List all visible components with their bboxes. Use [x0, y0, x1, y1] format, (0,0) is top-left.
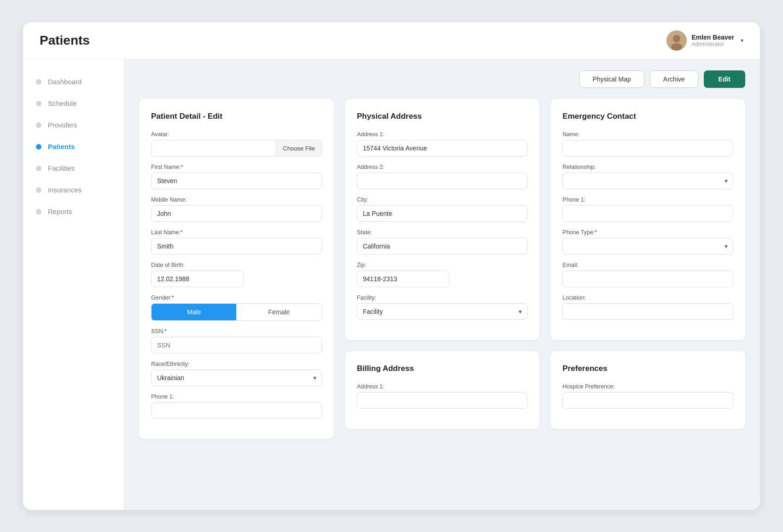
sidebar-item-label: Providers: [48, 121, 77, 129]
sidebar-dot-active: [36, 144, 41, 150]
hospice-pref-label: Hospice Preference:: [562, 383, 733, 390]
patient-detail-title: Patient Detail - Edit: [151, 112, 322, 121]
physical-address-title: Physical Address: [357, 112, 528, 121]
gender-group: Gender:* Male Female: [151, 295, 322, 321]
sidebar-dot: [36, 101, 41, 106]
sidebar-item-patients[interactable]: Patients: [23, 137, 124, 156]
right-column: Emergency Contact Name: Relationship: Sp…: [550, 99, 745, 439]
dob-group: Date of Birth:: [151, 262, 322, 287]
middle-column: Physical Address Address 1: Address 2: C…: [345, 99, 540, 439]
zip-group: Zip:: [357, 262, 528, 287]
race-select[interactable]: Ukrainian Caucasian Hispanic African Ame…: [151, 370, 322, 386]
billing-address1-input[interactable]: [357, 392, 528, 409]
physical-address-card: Physical Address Address 1: Address 2: C…: [345, 99, 540, 340]
sidebar-item-label: Patients: [48, 143, 75, 150]
address1-label: Address 1:: [357, 131, 528, 138]
avatar: [666, 30, 687, 51]
ec-location-input[interactable]: [562, 303, 733, 320]
first-name-label: First Name:*: [151, 164, 322, 170]
avatar-input-group: Choose File: [151, 140, 322, 156]
city-label: City:: [357, 197, 528, 203]
chevron-down-icon: ▾: [741, 37, 743, 44]
gender-male-button[interactable]: Male: [152, 304, 236, 320]
sidebar-item-schedule[interactable]: Schedule: [23, 94, 124, 113]
last-name-group: Last Name:*: [151, 229, 322, 254]
archive-button[interactable]: Archive: [650, 70, 698, 88]
hospice-pref-group: Hospice Preference:: [562, 383, 733, 409]
sidebar-item-providers[interactable]: Providers: [23, 116, 124, 134]
ec-name-label: Name:: [562, 131, 733, 138]
zip-label: Zip:: [357, 262, 528, 268]
ec-relationship-select[interactable]: Spouse Parent Child Sibling Other: [562, 173, 733, 189]
phone1-group: Phone 1:: [151, 393, 322, 419]
sidebar-dot: [36, 79, 41, 85]
ec-relationship-select-wrapper: Spouse Parent Child Sibling Other: [562, 173, 733, 189]
middle-name-group: Middle Name:: [151, 197, 322, 222]
gender-female-button[interactable]: Female: [236, 304, 321, 320]
ec-email-input[interactable]: [562, 271, 733, 287]
ec-phone-type-select[interactable]: Mobile Home Work: [562, 238, 733, 254]
zip-input[interactable]: [357, 271, 450, 287]
dob-input[interactable]: [151, 271, 244, 287]
billing-address1-label: Address 1:: [357, 383, 528, 390]
sidebar-item-dashboard[interactable]: Dashboard: [23, 72, 124, 91]
ec-phone1-group: Phone 1:: [562, 197, 733, 222]
facility-group: Facility: Facility Facility A Facility B…: [357, 295, 528, 320]
patient-detail-card: Patient Detail - Edit Avatar: Choose Fil…: [139, 99, 334, 439]
app-container: Patients Emlen Beaver Administrator ▾: [23, 22, 760, 510]
last-name-label: Last Name:*: [151, 229, 322, 236]
address1-input[interactable]: [357, 140, 528, 156]
address2-input[interactable]: [357, 173, 528, 189]
gender-toggle: Male Female: [151, 303, 322, 321]
phone1-input[interactable]: [151, 402, 322, 419]
ec-location-label: Location:: [562, 295, 733, 301]
sidebar-item-label: Dashboard: [48, 78, 82, 86]
header: Patients Emlen Beaver Administrator ▾: [23, 22, 760, 59]
middle-name-label: Middle Name:: [151, 197, 322, 203]
ec-relationship-group: Relationship: Spouse Parent Child Siblin…: [562, 164, 733, 189]
phone1-label: Phone 1:: [151, 393, 322, 400]
sidebar-dot: [36, 209, 41, 214]
ec-email-group: Email:: [562, 262, 733, 287]
middle-name-input[interactable]: [151, 205, 322, 222]
user-menu[interactable]: Emlen Beaver Administrator ▾: [666, 30, 743, 51]
billing-address-title: Billing Address: [357, 364, 528, 373]
choose-file-button[interactable]: Choose File: [276, 140, 321, 156]
state-input[interactable]: [357, 238, 528, 254]
sidebar-item-insurances[interactable]: Insurances: [23, 180, 124, 199]
ec-phone1-label: Phone 1:: [562, 197, 733, 203]
facility-select[interactable]: Facility Facility A Facility B Facility …: [357, 303, 528, 320]
hospice-pref-input[interactable]: [562, 392, 733, 409]
ec-name-input[interactable]: [562, 140, 733, 156]
physical-map-button[interactable]: Physical Map: [579, 70, 644, 88]
dob-label: Date of Birth:: [151, 262, 322, 268]
ec-email-label: Email:: [562, 262, 733, 268]
state-group: State:: [357, 229, 528, 254]
ssn-input[interactable]: [151, 337, 322, 353]
cards-grid: Patient Detail - Edit Avatar: Choose Fil…: [139, 99, 745, 439]
ssn-group: SSN:*: [151, 328, 322, 353]
first-name-input[interactable]: [151, 173, 322, 189]
state-label: State:: [357, 229, 528, 236]
sidebar-item-reports[interactable]: Reports: [23, 202, 124, 221]
main-content: Physical Map Archive Edit Patient Detail…: [124, 59, 760, 510]
user-name: Emlen Beaver: [691, 34, 734, 41]
gender-label: Gender:*: [151, 295, 322, 301]
last-name-input[interactable]: [151, 238, 322, 254]
avatar-text-input[interactable]: [152, 140, 276, 156]
sidebar: Dashboard Schedule Providers Patients Fa…: [23, 59, 124, 510]
ec-location-group: Location:: [562, 295, 733, 320]
sidebar-item-label: Facilities: [48, 164, 75, 172]
edit-button[interactable]: Edit: [704, 70, 745, 88]
city-input[interactable]: [357, 205, 528, 222]
facility-select-wrapper: Facility Facility A Facility B Facility …: [357, 303, 528, 320]
sidebar-item-label: Insurances: [48, 186, 82, 194]
preferences-card: Preferences Hospice Preference:: [550, 351, 745, 429]
sidebar-item-facilities[interactable]: Facilities: [23, 159, 124, 178]
address2-group: Address 2:: [357, 164, 528, 189]
ec-phone1-input[interactable]: [562, 205, 733, 222]
ec-phone-type-label: Phone Type:*: [562, 229, 733, 236]
body-layout: Dashboard Schedule Providers Patients Fa…: [23, 59, 760, 510]
ec-phone-type-group: Phone Type:* Mobile Home Work: [562, 229, 733, 254]
race-label: Race/Ethnicity:: [151, 361, 322, 367]
